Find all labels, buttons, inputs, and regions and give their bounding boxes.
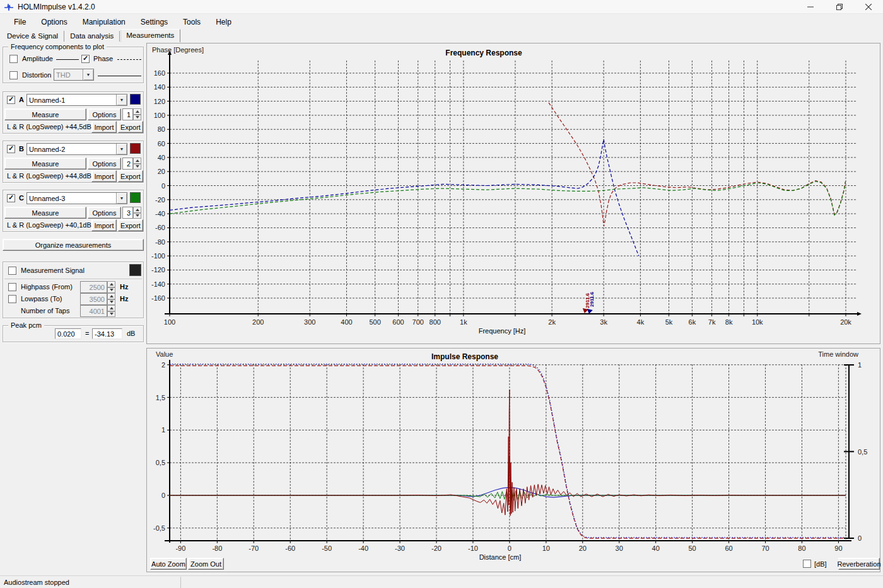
frequency-components-group: Frequency components to plot Amplitude P… [3, 47, 144, 83]
measurement-c-channel-spinner[interactable]: 3 [122, 207, 141, 219]
measurement-signal-color-swatch[interactable] [129, 264, 141, 276]
divider [4, 279, 142, 279]
menu-item-help[interactable]: Help [208, 16, 239, 28]
lowpass-spinner[interactable]: 3500 [80, 293, 115, 305]
svg-text:1k: 1k [460, 318, 467, 326]
svg-text:600: 600 [392, 318, 404, 326]
measurement-b-options-button[interactable]: Options [88, 158, 121, 170]
svg-text:0: 0 [508, 545, 512, 552]
highpass-checkbox[interactable] [8, 283, 16, 291]
tab-data-analysis[interactable]: Data analysis [64, 31, 120, 42]
reverberation-button[interactable]: Reverberation [838, 558, 880, 570]
measurement-c-measure-button[interactable]: Measure [4, 207, 86, 219]
distortion-type-select[interactable]: THD ▼ [54, 69, 94, 81]
taps-spinner[interactable]: 4001 [80, 305, 115, 317]
tab-device-signal[interactable]: Device & Signal [1, 31, 64, 42]
tab-measurements[interactable]: Measurements [120, 29, 180, 42]
measurement-a-group: A Unnamed-1 ▼ Measure Options 1 L & R (L… [3, 91, 144, 134]
measurement-signal-checkbox[interactable] [8, 267, 16, 275]
measurement-b-color-swatch[interactable] [130, 143, 141, 154]
measurement-b-info: L & R (LogSweep) +44,8dB [7, 172, 91, 180]
impulse-response-chart[interactable]: -90-80-70-60-50-40-30-20-100102030405060… [147, 349, 880, 572]
auto-zoom-button[interactable]: Auto Zoom [150, 558, 187, 570]
phase-axis-label: Phase [Degrees] [152, 46, 204, 54]
distortion-line-sample [98, 76, 141, 76]
measurement-a-info: L & R (LogSweep) +44,5dB [7, 123, 91, 130]
frequency-response-chart[interactable]: 1002003004005006007008001k2k3k4k5k6k7k8k… [147, 43, 880, 343]
svg-text:40: 40 [158, 154, 165, 161]
svg-text:1: 1 [161, 426, 165, 434]
measurement-b-name-select[interactable]: Unnamed-2 ▼ [26, 143, 127, 155]
highpass-label: Highpass (From) [21, 283, 73, 291]
svg-text:700: 700 [412, 318, 424, 326]
peak-db-unit: dB [127, 330, 135, 337]
measurement-c-export-button[interactable]: Export [118, 219, 143, 231]
minimize-button[interactable] [796, 0, 825, 14]
svg-text:3k: 3k [600, 318, 607, 326]
measurement-c-group: C Unnamed-3 ▼ Measure Options 3 L & R (L… [3, 190, 144, 232]
measurement-c-checkbox[interactable] [7, 194, 15, 202]
taps-label: Number of Taps [21, 307, 69, 314]
menu-bar: FileOptionsManipulationSettingsToolsHelp [0, 14, 883, 29]
svg-text:-80: -80 [155, 238, 165, 246]
svg-text:200: 200 [252, 318, 264, 326]
measurement-c-options-button[interactable]: Options [88, 207, 121, 219]
chevron-down-icon: ▼ [116, 144, 127, 154]
svg-text:800: 800 [430, 318, 441, 326]
svg-text:160: 160 [154, 69, 165, 77]
svg-text:20: 20 [579, 545, 587, 552]
measurement-b-export-button[interactable]: Export [118, 170, 143, 182]
svg-text:120: 120 [154, 98, 165, 105]
menu-item-file[interactable]: File [6, 16, 33, 28]
menu-item-manipulation[interactable]: Manipulation [75, 16, 133, 28]
measurement-b-group: B Unnamed-2 ▼ Measure Options 2 L & R (L… [3, 141, 144, 183]
measurement-a-import-button[interactable]: Import [91, 121, 117, 133]
menu-item-options[interactable]: Options [33, 16, 74, 28]
svg-text:4k: 4k [637, 318, 645, 326]
peak-pcm-value[interactable]: 0.020 [55, 328, 81, 339]
distortion-checkbox[interactable] [9, 71, 18, 79]
measurement-c-import-button[interactable]: Import [91, 219, 117, 231]
measurement-c-color-swatch[interactable] [130, 192, 141, 203]
measurement-b-import-button[interactable]: Import [91, 170, 117, 182]
svg-text:0,5: 0,5 [858, 448, 867, 456]
phase-checkbox[interactable] [81, 55, 90, 63]
db-checkbox[interactable] [803, 560, 811, 568]
svg-text:-30: -30 [395, 545, 405, 552]
measurement-c-name-select[interactable]: Unnamed-3 ▼ [26, 192, 127, 204]
measurement-a-channel-spinner[interactable]: 1 [122, 108, 141, 120]
svg-text:2k: 2k [548, 318, 556, 326]
measurement-b-measure-button[interactable]: Measure [4, 158, 86, 170]
measurement-b-channel-spinner[interactable]: 2 [122, 158, 141, 170]
amplitude-checkbox[interactable] [9, 55, 18, 63]
svg-text:20: 20 [158, 168, 165, 175]
svg-text:60: 60 [158, 140, 165, 147]
menu-item-settings[interactable]: Settings [133, 16, 175, 28]
distortion-label: Distortion [22, 71, 51, 79]
measurement-a-measure-button[interactable]: Measure [4, 108, 86, 120]
measurement-a-color-swatch[interactable] [130, 94, 141, 105]
measurement-a-options-button[interactable]: Options [88, 108, 121, 120]
highpass-spinner[interactable]: 2500 [80, 281, 115, 293]
measurement-a-export-button[interactable]: Export [118, 121, 143, 133]
organize-measurements-button[interactable]: Organize measurements [3, 239, 144, 251]
svg-text:80: 80 [158, 125, 165, 133]
chevron-down-icon: ▼ [116, 193, 127, 204]
title-bar: HOLMImpulse v1.4.2.0 [0, 0, 883, 14]
peak-db-value[interactable]: -34.13 [92, 328, 122, 339]
measurement-b-checkbox[interactable] [7, 145, 15, 153]
menu-item-tools[interactable]: Tools [175, 16, 208, 28]
close-button[interactable] [854, 0, 883, 14]
measurement-a-name-select[interactable]: Unnamed-1 ▼ [26, 94, 127, 106]
svg-text:50: 50 [689, 545, 696, 552]
zoom-out-button[interactable]: Zoom Out [188, 558, 224, 570]
restore-button[interactable] [825, 0, 854, 14]
svg-text:300: 300 [304, 318, 315, 326]
peak-pcm-legend: Peak pcm [8, 321, 44, 329]
svg-text:90: 90 [834, 545, 842, 552]
measurement-a-checkbox[interactable] [7, 96, 15, 104]
svg-text:8k: 8k [725, 318, 733, 326]
distance-axis-label: Distance [cm] [437, 553, 563, 561]
frequency-components-legend: Frequency components to plot [8, 43, 107, 50]
lowpass-checkbox[interactable] [8, 295, 16, 303]
